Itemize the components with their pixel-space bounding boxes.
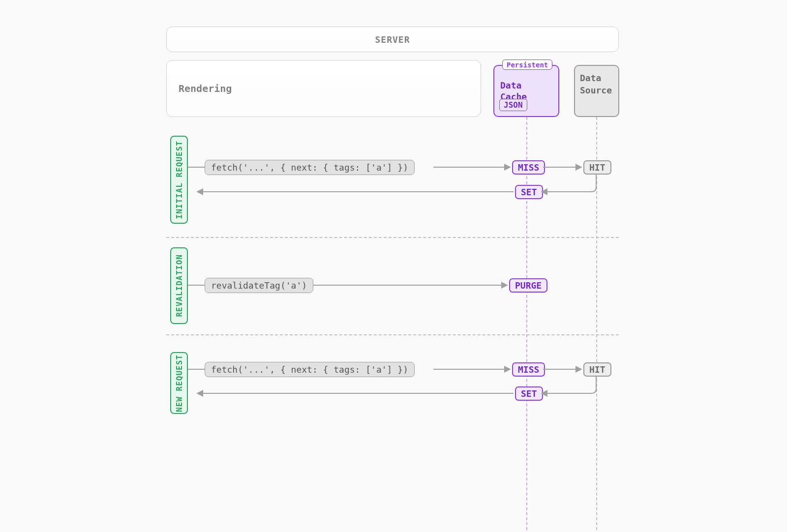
section-divider: [166, 237, 619, 238]
section-divider: [166, 334, 619, 335]
persistent-badge: Persistent: [502, 59, 552, 70]
pill-miss: MISS: [512, 362, 545, 377]
pill-set: SET: [515, 386, 543, 401]
section-label-text: REVALIDATION: [175, 254, 184, 317]
pill-hit: HIT: [583, 160, 611, 175]
data-cache-box: Persistent Data Cache JSON: [493, 65, 559, 117]
lifeline-data-cache: [526, 117, 527, 530]
json-badge: JSON: [499, 99, 527, 111]
rendering-label: Rendering: [179, 83, 232, 94]
section-revalidation: REVALIDATION: [170, 247, 188, 324]
pill-hit: HIT: [583, 362, 611, 377]
data-source-title: Data Source: [580, 73, 612, 95]
code-fetch-initial: fetch('...', { next: { tags: ['a'] }): [205, 160, 415, 175]
code-fetch-new: fetch('...', { next: { tags: ['a'] }): [205, 362, 415, 377]
pill-miss: MISS: [512, 160, 545, 175]
section-label-text: NEW REQUEST: [175, 355, 184, 412]
rendering-box: Rendering: [166, 60, 481, 117]
section-new-request: NEW REQUEST: [170, 352, 188, 414]
server-header: SERVER: [166, 27, 619, 52]
lifeline-data-source: [596, 117, 597, 530]
pill-purge: PURGE: [509, 278, 547, 293]
code-revalidate-tag: revalidateTag('a'): [205, 278, 313, 293]
server-label: SERVER: [375, 34, 410, 45]
section-initial-request: INITIAL REQUEST: [170, 136, 188, 224]
pill-set: SET: [515, 185, 543, 199]
section-label-text: INITIAL REQUEST: [175, 141, 184, 219]
data-source-box: Data Source: [574, 65, 619, 117]
